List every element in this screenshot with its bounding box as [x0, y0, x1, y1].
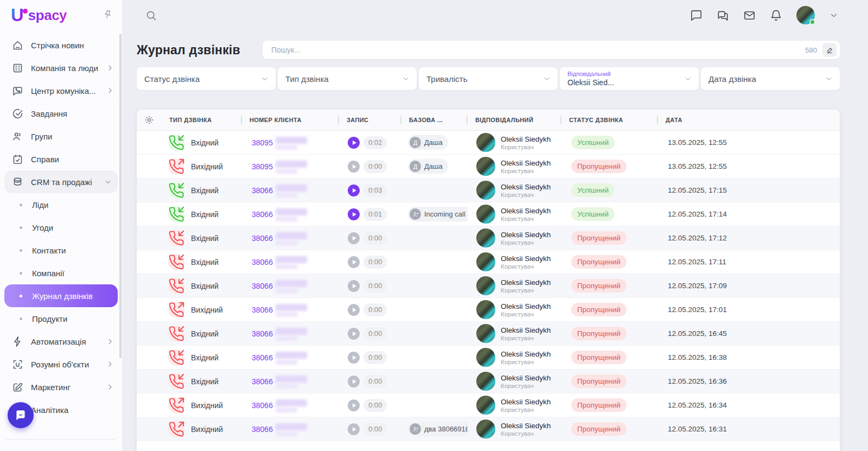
duration-badge: 0:03 — [363, 184, 387, 197]
sidebar-item-14[interactable]: Розумні об'єкти — [0, 353, 122, 376]
call-table-row[interactable]: Вихідний 38066 0:00 Oleksii Siedykh Кори… — [137, 393, 840, 417]
responsible-name: Oleksii Siedykh — [501, 326, 551, 334]
profile-chevron-down-icon[interactable] — [829, 10, 839, 20]
play-record-button[interactable] — [348, 423, 360, 435]
client-number-link[interactable]: 38066 — [252, 353, 273, 362]
chat-bubble-icon — [14, 408, 28, 422]
sidebar-item-label: Центр комуніка... — [31, 86, 96, 96]
support-chat-button[interactable] — [8, 402, 34, 428]
play-record-button[interactable] — [348, 185, 360, 196]
pin-sidebar-icon[interactable] — [100, 8, 115, 23]
client-number-link[interactable]: 38066 — [252, 425, 273, 434]
call-table-row[interactable]: Вхідний 38066 0:00 Oleksii Siedykh Корис… — [137, 274, 840, 298]
filter-call-status[interactable]: Статус дзвінка — [137, 67, 276, 90]
client-number-link[interactable]: 38066 — [252, 401, 273, 410]
call-date: 12.05.2025, 16:36 — [658, 377, 840, 385]
call-table-row[interactable]: Вихідний 38066 0:00 два 38066918 Oleksii… — [137, 417, 840, 441]
filter-call-type[interactable]: Тип дзвінка — [278, 67, 417, 90]
col-header-record[interactable]: ЗАПИС — [339, 117, 401, 123]
play-record-button[interactable] — [348, 161, 360, 173]
filter-responsible[interactable]: Відповідальний Oleksii Sied... — [560, 67, 699, 90]
call-table-row[interactable]: Вхідний 38066 0:00 Oleksii Siedykh Корис… — [137, 250, 840, 274]
base-contact-chip[interactable]: Д Даша — [408, 159, 448, 174]
col-header-base[interactable]: БАЗОВА ... — [401, 117, 468, 123]
call-table-row[interactable]: Вхідний 38066 0:01 Incoming call 3 Oleks… — [137, 202, 840, 226]
sidebar-item-13[interactable]: Автоматизація — [0, 330, 122, 353]
sidebar-subitem-12[interactable]: Продукти — [0, 307, 122, 330]
sidebar-subitem-label: Контакти — [32, 246, 66, 255]
mail-icon[interactable] — [743, 9, 756, 22]
client-number-link[interactable]: 38066 — [252, 329, 273, 338]
phone-incoming-icon — [168, 278, 184, 294]
play-record-button[interactable] — [348, 208, 360, 220]
bell-icon[interactable] — [770, 9, 782, 22]
sidebar-item-4[interactable]: Групи — [0, 125, 122, 148]
marketing-icon — [12, 382, 23, 393]
play-record-button[interactable] — [348, 352, 360, 364]
client-number-link[interactable]: 38095 — [252, 162, 273, 171]
sidebar-subitem-11[interactable]: Журнал дзвінків — [4, 284, 118, 307]
sidebar-subitem-9[interactable]: Контакти — [0, 239, 122, 262]
sidebar-subitem-8[interactable]: Угоди — [0, 216, 122, 239]
filter-duration[interactable]: Тривалість — [419, 67, 558, 90]
client-number-link[interactable]: 38066 — [252, 210, 273, 219]
sidebar-subitem-7[interactable]: Ліди — [0, 193, 122, 216]
sidebar-item-3[interactable]: Завдання — [0, 102, 122, 125]
phone-outgoing-icon — [168, 302, 184, 318]
client-number-link[interactable]: 38066 — [252, 282, 273, 290]
global-search-icon[interactable] — [145, 10, 157, 21]
play-record-button[interactable] — [348, 376, 360, 388]
col-header-client-number[interactable]: НОМЕР КЛІЄНТА — [242, 117, 339, 123]
user-avatar[interactable] — [796, 6, 815, 24]
client-number-link[interactable]: 38066 — [252, 186, 273, 195]
sidebar-subitem-10[interactable]: Компанії — [0, 262, 122, 284]
call-table-row[interactable]: Вхідний 38066 0:00 Oleksii Siedykh Корис… — [137, 226, 840, 250]
clear-search-button[interactable] — [822, 43, 837, 57]
call-table-row[interactable]: Вхідний 38066 0:00 Oleksii Siedykh Корис… — [137, 346, 840, 370]
call-table-row[interactable]: Вихідний 38095 0:00 Д Даша Oleksii Siedy… — [137, 155, 840, 179]
messenger-icon[interactable] — [717, 9, 729, 22]
sidebar-item-15[interactable]: Маркетинг — [0, 376, 122, 398]
play-record-button[interactable] — [348, 399, 360, 411]
play-record-button[interactable] — [348, 256, 360, 268]
call-table-row[interactable]: Вихідний 38066 0:00 Oleksii Siedykh Кори… — [137, 298, 840, 322]
call-type-label: Вхідний — [191, 353, 219, 362]
call-table-row[interactable]: Вхідний 38095 0:02 Д Даша Oleksii Siedyk… — [137, 131, 840, 155]
play-record-button[interactable] — [348, 280, 360, 292]
base-contact-chip[interactable]: два 38066918 — [408, 422, 468, 436]
redacted-number — [275, 326, 309, 342]
client-number-link[interactable]: 38066 — [252, 258, 273, 266]
play-record-button[interactable] — [348, 232, 360, 244]
client-number-link[interactable]: 38066 — [252, 377, 273, 386]
call-table-row[interactable]: Вхідний 38066 0:00 Oleksii Siedykh Корис… — [137, 370, 840, 393]
client-number-link[interactable]: 38066 — [252, 306, 273, 314]
client-number-link[interactable]: 38066 — [252, 234, 273, 243]
col-header-responsible[interactable]: ВІДПОВІДАЛЬНИЙ — [468, 117, 561, 123]
filter-call-date[interactable]: Дата дзвінка — [701, 67, 840, 90]
gear-icon — [144, 115, 154, 125]
sidebar-item-6[interactable]: CRM та продажі — [4, 170, 118, 193]
sidebar-item-1[interactable]: Компанія та люди — [0, 56, 122, 79]
call-date: 12.05.2025, 17:15 — [658, 186, 840, 194]
client-number-link[interactable]: 38095 — [252, 138, 273, 147]
base-contact-chip[interactable]: Incoming call 3 — [408, 207, 468, 221]
sidebar-scrollbar[interactable] — [119, 34, 122, 358]
play-record-button[interactable] — [348, 137, 360, 149]
call-table-row[interactable]: Вхідний 38066 0:00 Oleksii Siedykh Корис… — [137, 322, 840, 346]
base-contact-chip[interactable]: Д Даша — [408, 135, 448, 150]
uspacy-logo[interactable]: U spacy — [11, 7, 67, 23]
call-type-label: Вихідний — [191, 425, 223, 434]
play-record-button[interactable] — [348, 328, 360, 340]
col-header-call-status[interactable]: СТАТУС ДЗВІНКА — [561, 117, 658, 123]
play-record-button[interactable] — [348, 304, 360, 316]
sidebar-item-0[interactable]: Стрічка новин — [0, 34, 122, 56]
col-header-date[interactable]: ДАТА — [658, 117, 840, 123]
call-date: 12.05.2025, 16:31 — [658, 425, 840, 433]
sidebar-item-2[interactable]: Центр комуніка... — [0, 79, 122, 102]
sidebar-item-5[interactable]: Справи — [0, 148, 122, 170]
comments-icon[interactable] — [690, 9, 703, 22]
table-settings-button[interactable] — [137, 115, 162, 125]
search-input[interactable] — [270, 45, 805, 55]
col-header-call-type[interactable]: ТИП ДЗВІНКА — [162, 117, 242, 123]
call-table-row[interactable]: Вхідний 38066 0:03 Oleksii Siedykh Корис… — [137, 179, 840, 202]
